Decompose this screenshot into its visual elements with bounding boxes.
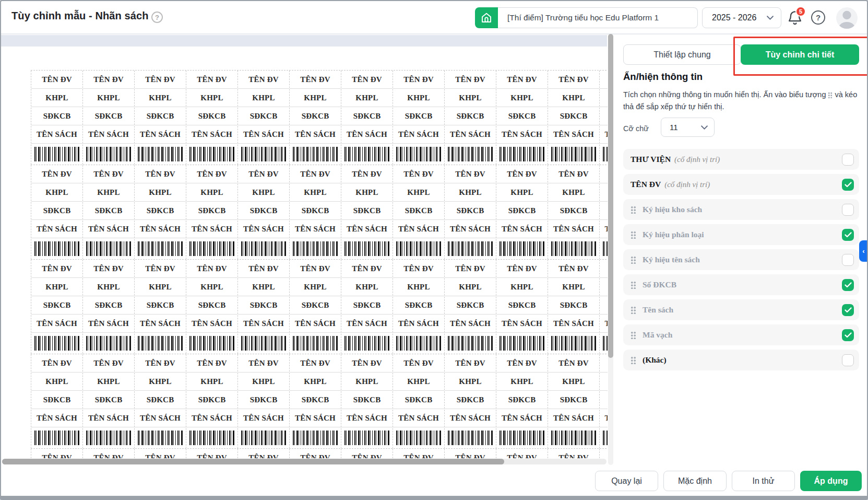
- font-size-dropdown[interactable]: 11: [661, 118, 715, 137]
- avatar[interactable]: [836, 7, 858, 29]
- vertical-scrollbar-thumb[interactable]: [608, 34, 613, 358]
- barcode: [138, 241, 183, 256]
- barcode-row: [496, 238, 548, 259]
- barcode: [138, 336, 183, 351]
- label-field: KHPL: [135, 183, 186, 202]
- barcode: [603, 336, 608, 351]
- book-label: TÊN ĐVKHPLSĐKCBTÊN SÁCH: [134, 260, 186, 354]
- book-label: TÊN ĐVKHPLSĐKCBTÊN SÁCH: [599, 449, 608, 458]
- barcode-row: [496, 144, 548, 165]
- barcode-row: [31, 427, 82, 448]
- barcode-row: [496, 333, 548, 354]
- barcode: [500, 241, 544, 256]
- book-label: TÊN ĐVKHPLSĐKCBTÊN SÁCH: [444, 449, 496, 458]
- label-field: TÊN SÁCH: [548, 220, 599, 238]
- label-field: SĐKCB: [238, 296, 289, 315]
- footer-button-2[interactable]: In thử: [732, 471, 795, 491]
- horizontal-scrollbar[interactable]: [2, 459, 607, 464]
- barcode: [500, 431, 544, 445]
- title-help-icon[interactable]: ?: [151, 11, 163, 23]
- checkbox-checked[interactable]: [842, 304, 854, 316]
- checkbox-checked[interactable]: [842, 329, 854, 341]
- label-field: TÊN ĐV: [341, 354, 393, 373]
- barcode-row: [186, 144, 237, 165]
- school-year-dropdown[interactable]: 2025 - 2026: [702, 7, 781, 28]
- collapse-panel-button[interactable]: ‹: [859, 240, 868, 262]
- label-field: KHPL: [548, 278, 599, 296]
- school-selector[interactable]: [Thí điểm] Trường tiểu học Edu Platform …: [498, 7, 698, 28]
- label-field: KHPL: [445, 278, 496, 296]
- footer-button-0[interactable]: Quay lại: [595, 471, 658, 491]
- label-field: SĐKCB: [31, 107, 82, 125]
- school-name: [Thí điểm] Trường tiểu học Edu Platform …: [507, 13, 659, 22]
- book-label: TÊN ĐVKHPLSĐKCBTÊN SÁCH: [496, 354, 548, 448]
- barcode-row: [393, 333, 444, 354]
- label-field: KHPL: [393, 373, 444, 391]
- horizontal-scrollbar-thumb[interactable]: [2, 459, 504, 464]
- barcode: [86, 431, 131, 445]
- label-field: SĐKCB: [186, 296, 237, 315]
- barcode-row: [600, 144, 608, 165]
- drag-handle-icon[interactable]: [631, 281, 636, 289]
- book-label: TÊN ĐVKHPLSĐKCBTÊN SÁCH: [548, 354, 599, 448]
- drag-handle-icon: [828, 91, 833, 98]
- field-item-5: Số ĐKCB: [623, 274, 859, 295]
- label-field: SĐKCB: [341, 296, 393, 315]
- checkbox-checked[interactable]: [842, 279, 854, 291]
- app-window: Tùy chỉnh mẫu - Nhãn sách ? [Thí điểm] T…: [0, 0, 868, 500]
- label-field: SĐKCB: [496, 202, 548, 220]
- label-field: KHPL: [238, 89, 289, 107]
- label-field: TÊN SÁCH: [31, 409, 82, 427]
- barcode-row: [290, 238, 341, 259]
- label-field: TÊN SÁCH: [238, 315, 289, 333]
- barcode: [551, 431, 596, 445]
- label-field: SĐKCB: [290, 202, 341, 220]
- label-field: TÊN SÁCH: [290, 125, 341, 144]
- checkbox-unchecked[interactable]: [842, 254, 854, 266]
- label-preview-grid: TÊN ĐVKHPLSĐKCBTÊN SÁCHTÊN ĐVKHPLSĐKCBTÊ…: [31, 70, 608, 458]
- label-field: KHPL: [186, 373, 237, 391]
- checkbox-unchecked[interactable]: [842, 154, 854, 166]
- barcode: [448, 147, 493, 161]
- label-field: TÊN ĐV: [83, 165, 134, 183]
- drag-handle-icon[interactable]: [631, 255, 636, 264]
- label-field: TÊN ĐV: [135, 449, 186, 458]
- label-field: KHPL: [548, 183, 599, 202]
- tab-thiet-lap-chung[interactable]: Thiết lập chung: [623, 44, 741, 65]
- field-item-6: Tên sách: [623, 299, 859, 320]
- label-field: SĐKCB: [83, 296, 134, 315]
- barcode-row: [290, 427, 341, 448]
- drag-handle-icon[interactable]: [631, 205, 636, 214]
- label-field: KHPL: [83, 278, 134, 296]
- checkbox-checked[interactable]: [842, 179, 854, 191]
- label-field: KHPL: [445, 373, 496, 391]
- home-button[interactable]: [475, 7, 498, 28]
- tab-tuy-chinh-chi-tiet[interactable]: Tùy chỉnh chi tiết: [741, 44, 859, 65]
- label-field: SĐKCB: [135, 107, 186, 125]
- book-label: TÊN ĐVKHPLSĐKCBTÊN SÁCH: [237, 165, 289, 259]
- label-field: KHPL: [393, 278, 444, 296]
- checkbox-unchecked[interactable]: [842, 354, 854, 366]
- header-help-icon[interactable]: ?: [811, 10, 825, 25]
- chevron-down-icon: [767, 16, 774, 20]
- label-field: KHPL: [135, 278, 186, 296]
- drag-handle-icon[interactable]: [631, 331, 636, 339]
- label-field: TÊN ĐV: [186, 449, 237, 458]
- checkbox-unchecked[interactable]: [842, 204, 854, 216]
- drag-handle-icon[interactable]: [631, 306, 636, 314]
- label-field: TÊN SÁCH: [83, 315, 134, 333]
- drag-handle-icon[interactable]: [631, 356, 636, 364]
- drag-handle-icon[interactable]: [631, 230, 636, 239]
- footer-button-1[interactable]: Mặc định: [663, 471, 727, 491]
- label-field: TÊN ĐV: [135, 260, 186, 278]
- checkbox-checked[interactable]: [842, 229, 854, 241]
- barcode: [189, 241, 234, 256]
- label-field: TÊN SÁCH: [393, 409, 444, 427]
- vertical-scrollbar[interactable]: [608, 34, 613, 465]
- footer-button-3[interactable]: Áp dụng: [800, 471, 862, 491]
- label-field: KHPL: [135, 89, 186, 107]
- label-field: SĐKCB: [290, 391, 341, 409]
- book-label: TÊN ĐVKHPLSĐKCBTÊN SÁCH: [341, 71, 393, 165]
- field-item-0: THƯ VIỆN(cố định vị trí): [623, 149, 859, 170]
- label-field: TÊN SÁCH: [393, 315, 444, 333]
